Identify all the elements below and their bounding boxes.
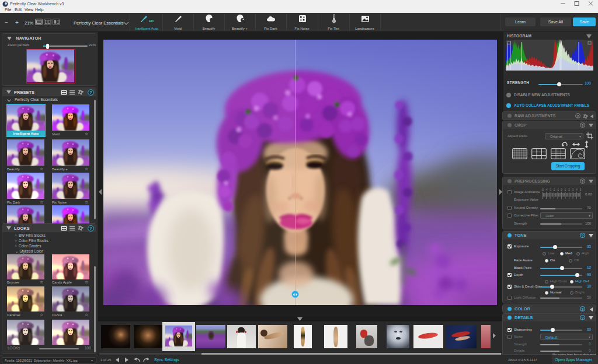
svg-text:-3: -3 — [549, 188, 551, 191]
svg-text:0: 0 — [561, 188, 562, 191]
svg-text:3: 3 — [572, 188, 574, 191]
svg-text:HD: HD — [149, 19, 154, 23]
svg-text:4: 4 — [576, 188, 578, 191]
svg-text:?: ? — [89, 226, 92, 230]
svg-text:-5: -5 — [541, 188, 544, 191]
svg-text:-1: -1 — [557, 188, 559, 191]
svg-text:-2: -2 — [552, 188, 555, 191]
svg-text:5: 5 — [580, 188, 582, 191]
svg-text:-4: -4 — [545, 188, 547, 191]
svg-text:1: 1 — [565, 188, 566, 191]
svg-text:2: 2 — [568, 188, 570, 191]
svg-text:?: ? — [89, 90, 92, 94]
